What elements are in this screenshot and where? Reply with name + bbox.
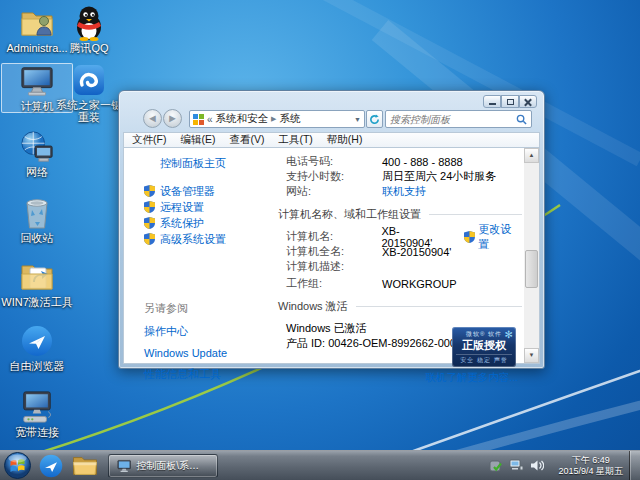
badge-title: 正版授权 (452, 339, 516, 352)
clock-time: 下午 6:49 (558, 455, 623, 466)
change-settings: 更改设置 (464, 222, 522, 252)
sidebar-item-windows-update[interactable]: Windows Update (144, 347, 272, 359)
window-client-area: 控制面板主页 设备管理器 远程设置 系统保护 高级系统设置 另请参阅 操作中心 … (123, 147, 540, 364)
minimize-button[interactable] (483, 95, 501, 108)
browser-icon (20, 324, 54, 358)
refresh-button[interactable] (366, 110, 383, 128)
vertical-scrollbar[interactable]: ▲ ▼ (524, 148, 539, 363)
desktop-icon-syshome[interactable]: 系统之家一键重装 (53, 63, 125, 123)
taskbar-browser-button[interactable] (34, 452, 68, 480)
activation-folder-icon (20, 260, 54, 294)
activation-block: Windows 已激活 产品 ID: 00426-OEM-8992662-000… (286, 321, 522, 351)
see-also-header: 另请参阅 (144, 301, 272, 316)
forward-button[interactable]: ► (163, 109, 182, 128)
search-input[interactable] (390, 114, 516, 125)
navigation-bar: ◄ ► « 系统和安全 ▶ 系统 ▼ (119, 108, 544, 130)
row-label: 工作组: (286, 276, 382, 291)
menu-view[interactable]: 查看(V) (229, 133, 264, 147)
sidebar-item-label: 高级系统设置 (160, 232, 226, 247)
browser-icon (39, 454, 63, 478)
row-label: 计算机全名: (286, 244, 382, 259)
scroll-up-button[interactable]: ▲ (524, 148, 539, 163)
row-label: 网站: (286, 184, 382, 199)
sidebar-item-action-center[interactable]: 操作中心 (144, 324, 272, 339)
sidebar-item-system-protection[interactable]: 系统保护 (144, 217, 272, 229)
uac-shield-icon (144, 185, 155, 197)
back-button[interactable]: ◄ (143, 109, 162, 128)
sidebar-item-home[interactable]: 控制面板主页 (160, 156, 272, 171)
menu-help[interactable]: 帮助(H) (327, 133, 363, 147)
breadcrumb-separator-icon: ▶ (271, 115, 276, 123)
address-bar[interactable]: « 系统和安全 ▶ 系统 ▼ (189, 110, 365, 128)
maximize-icon (507, 99, 514, 105)
taskbar-clock[interactable]: 下午 6:49 2015/9/4 星期五 (558, 455, 623, 477)
desktop-icon-label: 腾讯QQ (53, 42, 125, 54)
taskbar-explorer-button[interactable] (68, 452, 102, 480)
clock-date: 2015/9/4 星期五 (558, 466, 623, 477)
genuine-star-icon: ✻ (505, 329, 513, 340)
computer-name-row: 计算机名: XB-20150904' 更改设置 (286, 229, 522, 244)
workgroup-row: 工作组: WORKGROUP (286, 276, 522, 291)
windows-activation-section-header: Windows 激活 (278, 299, 522, 314)
caption-buttons (483, 95, 537, 108)
scroll-down-button[interactable]: ▼ (524, 348, 539, 363)
taskbar: 控制面板\系统和... 下午 6:49 2015/9/4 星期五 (0, 450, 640, 480)
minimize-icon (489, 103, 496, 105)
maximize-button[interactable] (501, 95, 519, 108)
online-support-link[interactable]: 联机支持 (382, 184, 426, 199)
genuine-software-badge: ✻ 微软® 软件 正版授权 安全 稳定 声誉 (452, 327, 516, 367)
learn-more-online-link[interactable]: 联机了解更多内容... (425, 371, 518, 385)
menu-file[interactable]: 文件(F) (132, 133, 166, 147)
computer-description-row: 计算机描述: (286, 259, 522, 274)
desktop-icon-win7-activation[interactable]: WIN7激活工具 (1, 260, 73, 308)
breadcrumb-crumb-system[interactable]: 系统 (279, 112, 300, 126)
sidebar-item-remote-settings[interactable]: 远程设置 (144, 201, 272, 213)
uac-shield-icon (144, 201, 155, 213)
row-value: WORKGROUP (382, 278, 457, 290)
user-folder-icon (20, 6, 54, 40)
desktop-icon-broadband[interactable]: 宽带连接 (1, 390, 73, 438)
change-settings-link[interactable]: 更改设置 (478, 222, 522, 252)
title-bar[interactable] (119, 91, 544, 108)
phone-row: 电话号码: 400 - 888 - 8888 (286, 154, 522, 169)
menu-tools[interactable]: 工具(T) (278, 133, 312, 147)
sidebar-item-performance-tools[interactable]: 性能信息和工具 (144, 367, 272, 382)
qq-icon (72, 6, 106, 40)
desktop-icon-qq[interactable]: 腾讯QQ (53, 6, 125, 54)
show-desktop-button[interactable] (629, 451, 640, 480)
desktop-icon-label: 系统之家一键重装 (53, 99, 125, 123)
uac-shield-icon (464, 231, 475, 243)
computer-icon (20, 64, 54, 98)
system-task-icon (117, 459, 131, 473)
desktop-icon-browser[interactable]: 自由浏览器 (1, 324, 73, 372)
support-hours-row: 支持小时数: 周日至周六 24小时服务 (286, 169, 522, 184)
tray-status-icon[interactable] (489, 459, 503, 473)
menu-edit[interactable]: 编辑(E) (180, 133, 215, 147)
address-dropdown-icon[interactable]: ▼ (354, 116, 361, 123)
start-button[interactable] (0, 452, 34, 480)
sidebar-item-label: 设备管理器 (160, 184, 215, 199)
website-row: 网站: 联机支持 (286, 184, 522, 199)
row-label: 计算机描述: (286, 259, 382, 274)
desktop-icon-label: 自由浏览器 (1, 360, 73, 372)
search-icon[interactable] (516, 114, 527, 125)
taskbar-active-task[interactable]: 控制面板\系统和... (108, 454, 218, 478)
sidebar-item-advanced-settings[interactable]: 高级系统设置 (144, 233, 272, 245)
recycle-bin-icon (20, 196, 54, 230)
uac-shield-icon (144, 217, 155, 229)
syshome-icon (72, 63, 106, 97)
scrollbar-thumb[interactable] (525, 250, 538, 288)
close-icon (524, 98, 532, 106)
breadcrumb-overflow-chevron[interactable]: « (207, 114, 213, 125)
desktop-icon-label: 回收站 (1, 232, 73, 244)
desktop-icon-recycle-bin[interactable]: 回收站 (1, 196, 73, 244)
close-button[interactable] (519, 95, 537, 108)
task-label: 控制面板\系统和... (136, 459, 209, 473)
breadcrumb-crumb-security[interactable]: 系统和安全 (216, 112, 269, 126)
desktop-icon-network[interactable]: 网络 (1, 130, 73, 178)
sidebar-item-device-manager[interactable]: 设备管理器 (144, 185, 272, 197)
tray-volume-icon[interactable] (530, 459, 544, 472)
sidebar-item-label: 远程设置 (160, 200, 204, 215)
row-value: XB-20150904' (382, 246, 451, 258)
tray-network-icon[interactable] (509, 459, 524, 472)
